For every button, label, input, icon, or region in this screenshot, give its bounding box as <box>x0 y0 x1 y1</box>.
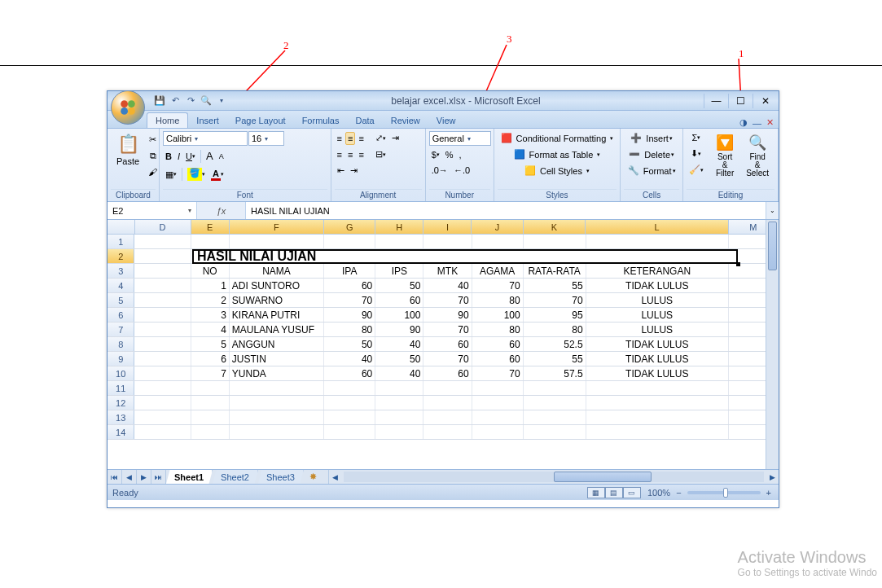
tab-formulas[interactable]: Formulas <box>294 113 348 128</box>
qat-save[interactable]: 💾 <box>153 94 166 108</box>
row-header[interactable]: 14 <box>108 425 134 439</box>
row-header[interactable]: 1 <box>108 235 134 248</box>
cell[interactable]: YUNDA <box>230 366 324 380</box>
cell[interactable]: SUWARNO <box>230 293 324 307</box>
wrap-text[interactable]: ⇥ <box>389 131 402 145</box>
cell[interactable]: 70 <box>423 352 472 366</box>
cell[interactable] <box>423 381 472 395</box>
align-left[interactable]: ≡ <box>335 148 344 161</box>
comma[interactable]: , <box>457 148 464 161</box>
cell[interactable] <box>324 410 375 424</box>
cell[interactable]: 4 <box>191 323 230 336</box>
cell[interactable]: 7 <box>191 366 230 380</box>
sheet-tab-1[interactable]: Sheet1 <box>166 470 213 484</box>
cell[interactable] <box>191 410 230 424</box>
font-name-combo[interactable]: Calibri▾ <box>163 131 248 146</box>
format-cells[interactable]: 🔧 Format▾ <box>624 164 679 178</box>
qat-redo[interactable]: ↷ <box>184 94 197 108</box>
row-header[interactable]: 6 <box>108 308 134 322</box>
cell[interactable] <box>324 425 375 439</box>
spreadsheet-grid[interactable]: D E F G H I J K L M 123NONAMAIPAIPSMTKAG… <box>108 220 779 469</box>
increase-decimal[interactable]: .0→ <box>429 164 450 177</box>
tab-review[interactable]: Review <box>383 113 428 128</box>
cell[interactable] <box>134 425 191 439</box>
cell[interactable]: 90 <box>375 323 423 336</box>
cell[interactable] <box>524 425 586 439</box>
row-header[interactable]: 2 <box>108 249 134 263</box>
col-header[interactable]: I <box>423 220 472 234</box>
mdi-close[interactable]: ✕ <box>766 117 774 128</box>
select-all-corner[interactable] <box>108 220 135 234</box>
clear[interactable]: 🧹▾ <box>687 163 706 177</box>
office-button[interactable] <box>111 90 145 125</box>
close-button[interactable]: ✕ <box>753 94 777 108</box>
cell[interactable]: 60 <box>423 366 472 380</box>
cell[interactable]: TIDAK LULUS <box>586 279 729 292</box>
cell[interactable] <box>375 235 423 248</box>
help-icon[interactable]: ◑ <box>739 117 748 128</box>
border-button[interactable]: ▦▾ <box>163 168 179 182</box>
cell[interactable]: ANGGUN <box>230 337 324 351</box>
cell[interactable] <box>524 249 586 263</box>
cell[interactable] <box>472 381 524 395</box>
fx-button[interactable]: ƒx <box>197 202 246 219</box>
align-top[interactable]: ≡ <box>335 132 344 145</box>
cell[interactable] <box>134 410 191 424</box>
cell[interactable]: 60 <box>423 337 472 351</box>
underline-button[interactable]: U▾ <box>183 150 198 163</box>
cell[interactable]: 90 <box>423 308 472 322</box>
cell[interactable]: AGAMA <box>472 264 524 278</box>
autosum[interactable]: Σ▾ <box>687 131 706 144</box>
orientation[interactable]: ⤢▾ <box>373 131 388 145</box>
cell[interactable]: 70 <box>423 293 472 307</box>
cell[interactable]: RATA-RATA <box>524 264 586 278</box>
tab-home[interactable]: Home <box>147 112 188 128</box>
cell[interactable] <box>324 249 375 263</box>
bold-button[interactable]: B <box>163 150 174 163</box>
indent-increase[interactable]: ⇥ <box>348 164 360 178</box>
cell[interactable] <box>191 235 230 248</box>
cell[interactable]: MAULANA YUSUF <box>230 323 324 336</box>
tab-page-layout[interactable]: Page Layout <box>227 113 294 128</box>
formula-input[interactable]: HASIL NILAI UJIAN <box>246 202 766 219</box>
cell[interactable] <box>423 235 472 248</box>
cell[interactable] <box>191 249 230 263</box>
currency[interactable]: $▾ <box>429 148 442 161</box>
new-sheet-button[interactable]: ✸ <box>304 470 323 484</box>
cell[interactable]: 80 <box>324 323 375 336</box>
cell[interactable] <box>134 279 191 292</box>
qat-undo[interactable]: ↶ <box>169 94 182 108</box>
sheet-tab-2[interactable]: Sheet2 <box>213 470 258 484</box>
name-box[interactable]: E2▾ <box>108 202 197 219</box>
row-header[interactable]: 4 <box>108 279 134 292</box>
cell[interactable]: 6 <box>191 352 230 366</box>
cell[interactable] <box>375 381 423 395</box>
cell[interactable]: LULUS <box>586 308 729 322</box>
col-header[interactable]: E <box>191 220 230 234</box>
cell[interactable]: IPS <box>375 264 423 278</box>
cell[interactable]: 60 <box>375 293 423 307</box>
grow-font-button[interactable]: A <box>204 148 216 164</box>
copy-button[interactable]: ⧉ <box>146 149 160 163</box>
cell[interactable]: 80 <box>524 323 586 336</box>
cell[interactable] <box>134 264 191 278</box>
cell[interactable] <box>586 235 729 248</box>
cell[interactable]: 55 <box>524 279 586 292</box>
cell[interactable]: 40 <box>423 279 472 292</box>
cell[interactable]: ADI SUNTORO <box>230 279 324 292</box>
cell[interactable]: 5 <box>191 337 230 351</box>
maximize-button[interactable]: ☐ <box>728 94 753 108</box>
cell[interactable] <box>134 293 191 307</box>
cell[interactable]: 3 <box>191 308 230 322</box>
view-page-break[interactable]: ▭ <box>623 487 641 498</box>
cell[interactable]: 52.5 <box>524 337 586 351</box>
cell[interactable] <box>472 235 524 248</box>
cell[interactable] <box>586 381 729 395</box>
cell[interactable]: 40 <box>375 337 423 351</box>
cell[interactable] <box>191 381 230 395</box>
cell[interactable] <box>586 410 729 424</box>
cell[interactable]: 40 <box>375 366 423 380</box>
cell[interactable] <box>230 396 324 410</box>
cell[interactable] <box>134 235 191 248</box>
cell[interactable]: 57.5 <box>524 366 586 380</box>
